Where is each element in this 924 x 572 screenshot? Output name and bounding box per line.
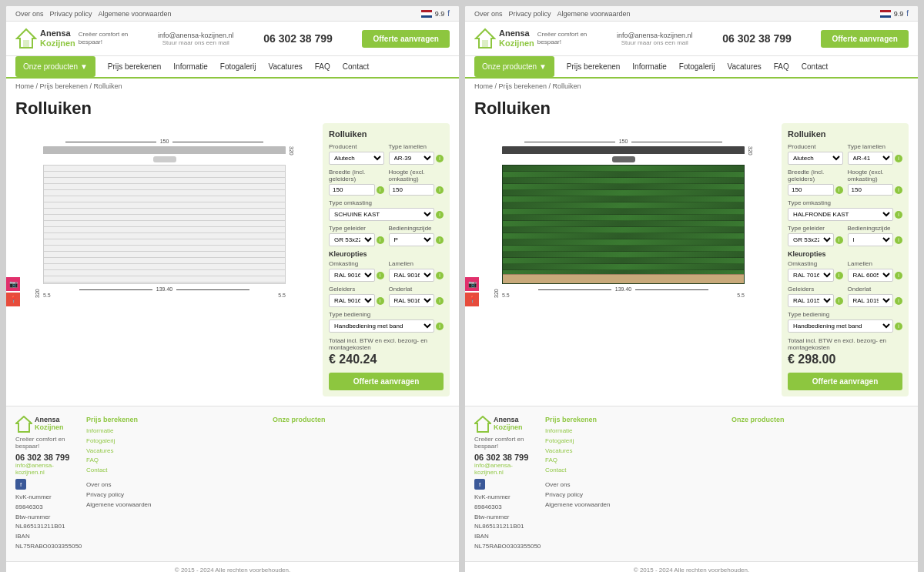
- nav-price-right[interactable]: Prijs berekenen: [567, 56, 620, 77]
- info-color-lamellen-left[interactable]: i: [436, 272, 444, 279]
- select-omkasting-right[interactable]: HALFRONDE KAST: [788, 208, 893, 221]
- info-hoogte-left[interactable]: i: [436, 186, 444, 194]
- footer-link-informatie-right[interactable]: Informatie: [545, 426, 722, 437]
- select-color-omkasting-right[interactable]: RAL 7016, Ant.: [788, 269, 834, 282]
- nav-products-left[interactable]: Onze producten ▼: [15, 56, 95, 77]
- select-bedieningszijde-left[interactable]: P: [389, 233, 435, 246]
- info-hoogte-right[interactable]: i: [895, 186, 902, 194]
- input-breedte-right[interactable]: [788, 184, 834, 196]
- link-algemene[interactable]: Algemene voorwaarden: [99, 10, 172, 18]
- select-color-onderlat-left[interactable]: RAL 9016, Wit: [389, 294, 435, 307]
- footer-link-fotogalerij-left[interactable]: Fotogalerij: [86, 437, 263, 447]
- nav-gallery-left[interactable]: Fotogalerij: [220, 56, 256, 77]
- footer-fb-icon-right[interactable]: f: [474, 479, 485, 490]
- info-breedte-left[interactable]: i: [377, 186, 384, 194]
- offerte-btn-left[interactable]: Offerte aanvragen: [329, 373, 444, 390]
- info-color-omkasting-right[interactable]: i: [835, 272, 843, 279]
- select-type-bediening-right[interactable]: Handbediening met band: [788, 319, 893, 333]
- info-type-bediening-left[interactable]: i: [436, 323, 444, 330]
- link-over-ons-right[interactable]: Over ons: [474, 10, 503, 18]
- select-color-geleiders-right[interactable]: RAL 1015, Lch.: [788, 294, 834, 307]
- info-omkasting-right[interactable]: i: [895, 211, 902, 219]
- nav-vacatures-right[interactable]: Vacatures: [728, 56, 762, 77]
- nav-price-left[interactable]: Prijs berekenen: [108, 56, 161, 77]
- info-bedieningszijde-right[interactable]: i: [895, 236, 902, 244]
- footer-link-fotogalerij-right[interactable]: Fotogalerij: [545, 437, 722, 447]
- social-fb-icon-right[interactable]: f: [906, 9, 909, 18]
- row-color1-left: Omkasting RAL 9016, Wit i Lamellen R: [329, 260, 444, 282]
- info-color-omkasting-left[interactable]: i: [377, 272, 384, 279]
- select-type-lamellen-right[interactable]: AR-41: [848, 152, 894, 165]
- input-hoogte-right[interactable]: [848, 184, 894, 196]
- nav-faq-left[interactable]: FAQ: [315, 56, 330, 77]
- info-geleider-left[interactable]: i: [377, 236, 384, 244]
- nav-info-left[interactable]: Informatie: [173, 56, 207, 77]
- cta-btn-right[interactable]: Offerte aanvragen: [821, 30, 909, 48]
- info-color-onderlat-right[interactable]: i: [895, 297, 902, 305]
- select-producent-right[interactable]: Alutech: [788, 152, 843, 165]
- footer-link-vacatures-left[interactable]: Vacatures: [86, 447, 263, 457]
- select-color-lamellen-left[interactable]: RAL 9016, Wit: [389, 269, 435, 282]
- footer-link-privacy-left[interactable]: Privacy policy: [86, 490, 263, 500]
- select-geleider-right[interactable]: GR 53x22E: [788, 233, 834, 246]
- select-type-lamellen-left[interactable]: AR-39: [389, 152, 435, 165]
- info-type-bediening-right[interactable]: i: [895, 323, 902, 330]
- footer-link-informatie-left[interactable]: Informatie: [86, 426, 263, 437]
- select-producent-left[interactable]: Alutech: [329, 152, 384, 165]
- input-hoogte-left[interactable]: [389, 184, 435, 196]
- label-type-bediening-left: Type bediening: [329, 311, 444, 318]
- footer-link-privacy-right[interactable]: Privacy policy: [545, 490, 722, 500]
- select-omkasting-left[interactable]: SCHUINE KAST: [329, 208, 434, 221]
- footer-link-overons-right[interactable]: Over ons: [545, 480, 722, 490]
- info-geleider-right[interactable]: i: [835, 236, 843, 244]
- info-color-lamellen-right[interactable]: i: [895, 272, 902, 279]
- nav-vacatures-left[interactable]: Vacatures: [269, 56, 303, 77]
- select-wrap-omkasting-left: SCHUINE KAST i: [329, 208, 444, 221]
- select-color-geleiders-left[interactable]: RAL 9016, Wit: [329, 294, 375, 307]
- info-color-geleiders-left[interactable]: i: [377, 297, 384, 305]
- social-fb-icon[interactable]: f: [447, 9, 450, 18]
- nav-products-right[interactable]: Onze producten ▼: [474, 56, 554, 77]
- input-breedte-left[interactable]: [329, 184, 375, 196]
- info-breedte-right[interactable]: i: [835, 186, 843, 194]
- cta-btn-left[interactable]: Offerte aanvragen: [362, 30, 450, 48]
- info-lamellen-right[interactable]: i: [895, 155, 902, 162]
- select-type-bediening-left[interactable]: Handbediening met band: [329, 319, 434, 333]
- footer-house-icon-right: [474, 416, 491, 433]
- select-geleider-left[interactable]: GR 53x22E: [329, 233, 375, 246]
- offerte-btn-right[interactable]: Offerte aanvragen: [788, 373, 902, 390]
- footer-link-contact-right[interactable]: Contact: [545, 466, 722, 476]
- nav-contact-left[interactable]: Contact: [343, 56, 369, 77]
- nav-gallery-right[interactable]: Fotogalerij: [679, 56, 715, 77]
- nav-faq-right[interactable]: FAQ: [774, 56, 789, 77]
- footer-link-algem-right[interactable]: Algemene voorwaarden: [545, 500, 722, 510]
- info-omkasting-left[interactable]: i: [436, 211, 444, 219]
- rating-left: 9.9: [435, 10, 445, 18]
- footer-link-overons-left[interactable]: Over ons: [86, 480, 263, 490]
- link-privacy-right[interactable]: Privacy policy: [509, 10, 551, 18]
- input-wrap-breedte-right: i: [788, 184, 843, 196]
- select-bedieningszijde-right[interactable]: l: [848, 233, 894, 246]
- footer-link-contact-left[interactable]: Contact: [86, 466, 263, 476]
- top-right-left: 9.9 f: [421, 9, 450, 18]
- row-type-bediening-left: Type bediening Handbediening met band i: [329, 311, 444, 333]
- footer-details-left: KvK-nummer 89846303 Btw-nummer NL8651312…: [15, 493, 77, 552]
- input-wrap-breedte-left: i: [329, 184, 384, 196]
- footer-fb-icon-left[interactable]: f: [15, 479, 26, 490]
- info-color-onderlat-left[interactable]: i: [436, 297, 444, 305]
- nav-info-right[interactable]: Informatie: [632, 56, 666, 77]
- footer-link-vacatures-right[interactable]: Vacatures: [545, 447, 722, 457]
- nav-contact-right[interactable]: Contact: [802, 56, 828, 77]
- info-color-geleiders-right[interactable]: i: [835, 297, 843, 305]
- link-privacy[interactable]: Privacy policy: [50, 10, 92, 18]
- select-color-lamellen-right[interactable]: RAL 6005, M.: [848, 269, 894, 282]
- select-color-omkasting-left[interactable]: RAL 9016, Wit: [329, 269, 375, 282]
- footer-link-faq-right[interactable]: FAQ: [545, 456, 722, 466]
- footer-link-algem-left[interactable]: Algemene voorwaarden: [86, 500, 263, 510]
- link-algemene-right[interactable]: Algemene voorwaarden: [557, 10, 631, 18]
- info-lamellen-left[interactable]: i: [436, 155, 444, 162]
- footer-link-faq-left[interactable]: FAQ: [86, 456, 263, 466]
- link-over-ons[interactable]: Over ons: [15, 10, 44, 18]
- info-bedieningszijde-left[interactable]: i: [436, 236, 444, 244]
- select-color-onderlat-right[interactable]: RAL 1019, Don.: [848, 294, 894, 307]
